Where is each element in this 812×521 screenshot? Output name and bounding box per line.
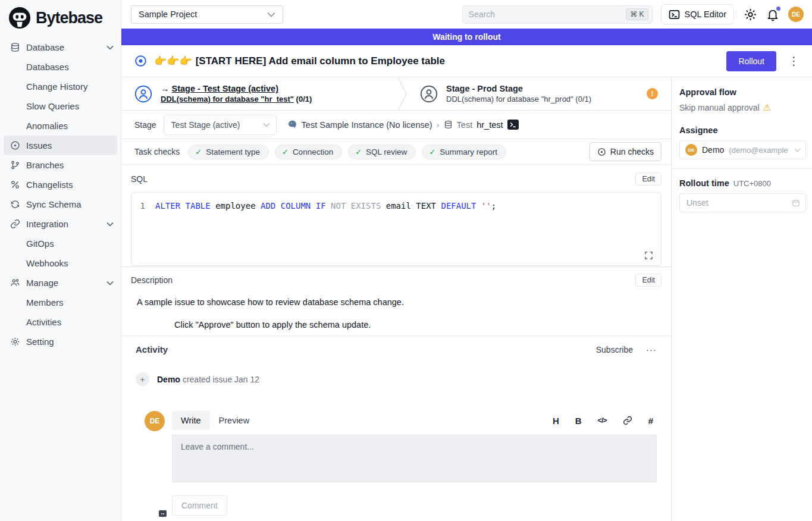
check-pass-icon: ✓ bbox=[429, 147, 435, 156]
stage-person-icon-active bbox=[134, 85, 152, 103]
changelist-icon bbox=[10, 180, 20, 190]
tab-write[interactable]: Write bbox=[172, 411, 210, 430]
kebab-menu-icon[interactable]: ⋮ bbox=[788, 54, 800, 68]
task-checks-label: Task checks bbox=[134, 147, 180, 156]
stage-separator bbox=[397, 77, 407, 110]
search-shortcut-kbd: ⌘ K bbox=[626, 8, 648, 20]
comment-bubble-badge bbox=[159, 510, 167, 517]
activity-actor[interactable]: Demo bbox=[157, 375, 180, 384]
stage-card-test[interactable]: → Stage - Test Stage (active) DDL(schema… bbox=[121, 77, 397, 110]
check-connection[interactable]: ✓Connection bbox=[275, 145, 342, 159]
sidebar-item-change-history[interactable]: Change History bbox=[0, 77, 121, 96]
branch-icon bbox=[10, 160, 20, 171]
settings-gear-button[interactable] bbox=[744, 8, 757, 21]
notifications-bell-button[interactable] bbox=[766, 8, 779, 21]
assignee-select[interactable]: DE Demo (demo@example bbox=[679, 140, 806, 159]
brand-logo[interactable]: Bytebase bbox=[0, 0, 121, 35]
user-avatar[interactable]: DE bbox=[788, 7, 804, 22]
chevron-down-icon bbox=[106, 222, 114, 227]
sidebar-item-changelists[interactable]: Changelists bbox=[0, 175, 121, 194]
comment-submit-button[interactable]: Comment bbox=[172, 495, 227, 516]
comment-input[interactable] bbox=[172, 435, 657, 482]
expand-fullscreen-icon[interactable] bbox=[644, 251, 653, 260]
stage-picker-label: Stage bbox=[134, 120, 156, 130]
sidebar-item-databases[interactable]: Databases bbox=[0, 57, 121, 77]
rollout-time-picker[interactable]: Unset bbox=[679, 193, 806, 212]
stage-select[interactable]: Test Stage (active) bbox=[164, 115, 277, 135]
hash-format-button[interactable]: # bbox=[648, 416, 653, 426]
target-icon bbox=[597, 147, 606, 156]
database-breadcrumb: Test Sample Instance (No license) › Test… bbox=[287, 120, 519, 130]
sidebar-item-gitops[interactable]: GitOps bbox=[0, 234, 121, 253]
chevron-down-icon bbox=[267, 12, 275, 17]
sql-code-editor[interactable]: 1ALTER TABLE employee ADD COLUMN IF NOT … bbox=[131, 192, 661, 266]
sidebar-nav: Database Databases Change History Slow Q… bbox=[0, 35, 121, 351]
database-name[interactable]: hr_test bbox=[476, 120, 503, 130]
rollout-time-title: Rollout time bbox=[679, 178, 729, 188]
sql-code-line: 1ALTER TABLE employee ADD COLUMN IF NOT … bbox=[131, 200, 661, 212]
chevron-down-icon bbox=[263, 123, 270, 127]
search-input[interactable] bbox=[469, 10, 626, 19]
code-format-button[interactable]: </> bbox=[598, 416, 607, 425]
gear-icon bbox=[744, 8, 757, 21]
bold-format-button[interactable]: B bbox=[575, 416, 582, 426]
sidebar-item-slow-queries[interactable]: Slow Queries bbox=[0, 96, 121, 116]
run-checks-button[interactable]: Run checks bbox=[590, 142, 661, 161]
integration-link-icon bbox=[10, 219, 20, 230]
brand-name: Bytebase bbox=[36, 9, 102, 27]
check-summary-report[interactable]: ✓Summary report bbox=[422, 145, 506, 159]
check-pass-icon: ✓ bbox=[282, 147, 289, 156]
check-statement-type[interactable]: ✓Statement type bbox=[188, 145, 269, 159]
rollout-button[interactable]: Rollout bbox=[726, 51, 776, 71]
sql-editor-button[interactable]: SQL Editor bbox=[661, 4, 734, 24]
calendar-icon bbox=[792, 199, 800, 207]
bytebase-app: Bytebase Database Databases Change Histo… bbox=[0, 0, 812, 521]
link-format-button[interactable] bbox=[623, 416, 632, 425]
user-avatar: DE bbox=[145, 411, 165, 431]
subscribe-button[interactable]: Subscribe bbox=[596, 345, 633, 354]
project-select[interactable]: Sample Project bbox=[131, 5, 283, 24]
tab-preview[interactable]: Preview bbox=[210, 411, 259, 430]
heading-format-button[interactable]: H bbox=[553, 416, 559, 426]
sidebar-item-label: Database bbox=[26, 42, 64, 52]
warning-triangle-icon[interactable]: ⚠ bbox=[763, 102, 771, 113]
approval-flow-title: Approval flow bbox=[679, 87, 806, 97]
sidebar-item-database[interactable]: Database bbox=[0, 37, 121, 57]
main-content: → Stage - Test Stage (active) DDL(schema… bbox=[121, 77, 671, 521]
sidebar-item-manage[interactable]: Manage bbox=[0, 273, 121, 293]
sidebar-item-members[interactable]: Members bbox=[0, 293, 121, 312]
sql-section: SQL Edit 1ALTER TABLE employee ADD COLUM… bbox=[121, 165, 671, 267]
stage-task-link[interactable]: DDL(schema) for database "hr_test" bbox=[161, 95, 294, 103]
sidebar-item-activities[interactable]: Activities bbox=[0, 312, 121, 332]
sidebar-item-anomalies[interactable]: Anomalies bbox=[0, 116, 121, 136]
activity-action: created issue Jan 12 bbox=[183, 375, 259, 384]
sidebar-item-integration[interactable]: Integration bbox=[0, 214, 121, 234]
task-checks-row: Task checks ✓Statement type ✓Connection … bbox=[121, 139, 671, 165]
attention-alert-icon: ! bbox=[647, 88, 658, 99]
bytebase-logo-icon bbox=[8, 7, 31, 29]
open-sql-editor-icon[interactable] bbox=[507, 120, 519, 130]
sql-edit-button[interactable]: Edit bbox=[635, 172, 661, 186]
sidebar-item-webhooks[interactable]: Webhooks bbox=[0, 253, 121, 273]
assignee-title: Assignee bbox=[679, 125, 806, 135]
panel-divider bbox=[672, 168, 812, 169]
stage-name-link[interactable]: Stage - Test Stage (active) bbox=[172, 84, 278, 93]
description-heading: Description bbox=[131, 275, 173, 285]
global-search[interactable]: ⌘ K bbox=[462, 5, 653, 24]
gear-icon bbox=[10, 337, 20, 347]
left-sidebar: Bytebase Database Databases Change Histo… bbox=[0, 0, 121, 521]
stage-task-progress: (0/1) bbox=[294, 95, 312, 103]
sidebar-item-setting[interactable]: Setting bbox=[0, 332, 121, 351]
sidebar-item-sync-schema[interactable]: Sync Schema bbox=[0, 194, 121, 214]
sidebar-item-branches[interactable]: Branches bbox=[0, 155, 121, 175]
sync-icon bbox=[10, 199, 20, 210]
stage-card-prod[interactable]: Stage - Prod Stage DDL(schema) for datab… bbox=[407, 77, 602, 110]
activity-heading: Activity bbox=[136, 344, 168, 354]
sidebar-item-issues[interactable]: Issues bbox=[4, 136, 117, 155]
instance-name[interactable]: Test Sample Instance (No license) bbox=[302, 120, 432, 130]
description-edit-button[interactable]: Edit bbox=[635, 274, 661, 287]
notification-dot bbox=[776, 7, 780, 11]
status-banner: Waiting to rollout bbox=[121, 29, 812, 45]
more-menu-icon[interactable]: ··· bbox=[646, 344, 657, 354]
check-sql-review[interactable]: ✓SQL review bbox=[348, 145, 416, 159]
